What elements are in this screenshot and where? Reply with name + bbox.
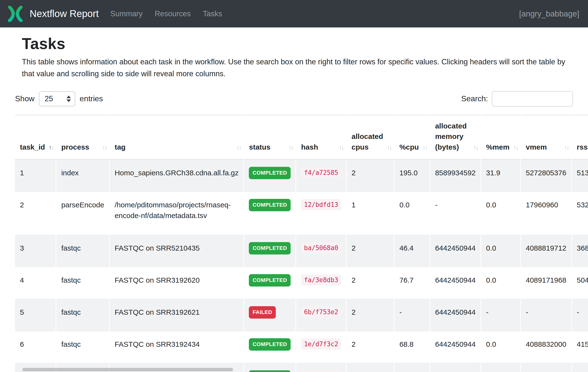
- cell-hash: fa/3e8db3: [296, 267, 346, 299]
- cell-rss: 53248: [572, 191, 588, 235]
- column-header-label: rss: [577, 143, 588, 151]
- sort-arrows-icon: ↑↓: [288, 143, 293, 152]
- status-badge: COMPLETED: [249, 167, 291, 179]
- cell-hash: 1e/d7f3c2: [296, 331, 346, 363]
- cell-task_id: 5: [15, 299, 56, 331]
- cell-hash: ba/5068a0: [296, 235, 346, 267]
- hash-code: 5e/4886ef: [301, 371, 341, 372]
- status-badge: COMPLETED: [249, 338, 291, 351]
- hash-code: fa/3e8db3: [301, 274, 341, 286]
- sort-arrows-icon: ↑↓: [49, 143, 53, 152]
- entries-select[interactable]: 25: [39, 91, 75, 106]
- column-header-label: vmem: [526, 143, 547, 151]
- cell-hash: 5e/4886ef: [296, 363, 346, 372]
- cell-status: COMPLETED: [244, 267, 295, 299]
- cell-cpus: 2: [347, 235, 394, 267]
- cell-memory: 6442450944: [430, 235, 481, 267]
- cell-process: index: [56, 159, 109, 191]
- cell-tag: Homo_sapiens.GRCh38.cdna.all.fa.gz: [110, 159, 243, 191]
- hash-code: ba/5068a0: [301, 242, 341, 254]
- horizontal-scrollbar-thumb[interactable]: [22, 368, 233, 371]
- cell-memory: 6442450944: [430, 331, 481, 363]
- entries-label: entries: [80, 94, 103, 103]
- page-description: This table shows information about each …: [15, 56, 567, 80]
- sort-arrows-icon: ↑↓: [236, 143, 241, 152]
- column-header-tag[interactable]: tag↑↓: [110, 115, 243, 160]
- hash-code: 1e/d7f3c2: [301, 339, 341, 350]
- cell-vmem: 4088832000: [521, 331, 571, 363]
- column-header-pcpu[interactable]: %cpu↑↓: [395, 115, 430, 160]
- tasks-table-wrapper: task_id↑↓process↑↓tag↑↓status↑↓hash↑↓all…: [0, 115, 588, 372]
- cell-vmem: 4088819712: [521, 235, 571, 267]
- column-header-label: allocated cpus: [352, 132, 383, 151]
- main-content: Tasks This table shows information about…: [0, 35, 588, 106]
- status-badge: COMPLETED: [249, 370, 291, 372]
- column-header-label: %cpu: [399, 143, 419, 151]
- cell-status: COMPLETED: [244, 331, 295, 363]
- nav-link-summary[interactable]: Summary: [110, 10, 143, 18]
- table-row: 4fastqcFASTQC on SRR3192620COMPLETEDfa/3…: [15, 267, 588, 299]
- column-header-cpus[interactable]: allocated cpus↑↓: [347, 115, 394, 160]
- column-header-status[interactable]: status↑↓: [244, 115, 295, 160]
- cell-vmem: 4031012864: [521, 363, 571, 372]
- cell-memory: 6442450944: [430, 267, 481, 299]
- column-header-hash[interactable]: hash↑↓: [296, 115, 346, 160]
- column-header-vmem[interactable]: vmem↑↓: [521, 115, 571, 160]
- column-header-rss[interactable]: rss↑↓: [572, 115, 588, 160]
- cell-tag: FASTQC on SRR3192621: [110, 299, 243, 331]
- cell-vmem: 4089171968: [521, 267, 571, 299]
- cell-pmem: 0.0: [481, 267, 520, 299]
- cell-rss: -: [572, 299, 588, 331]
- nav-link-tasks[interactable]: Tasks: [203, 10, 222, 18]
- cell-task_id: 3: [15, 235, 56, 267]
- status-badge: COMPLETED: [249, 199, 291, 211]
- cell-task_id: 4: [15, 267, 56, 299]
- cell-tag: FASTQC on SRR5210435: [110, 235, 243, 267]
- cell-tag: FASTQC on SRR3192620: [110, 267, 243, 299]
- column-header-pmem[interactable]: %mem↑↓: [481, 115, 520, 160]
- cell-process: fastqc: [56, 299, 109, 331]
- cell-pcpu: 46.4: [395, 235, 430, 267]
- app-title: Nextflow Report: [30, 8, 99, 19]
- cell-task_id: 6: [15, 331, 56, 363]
- cell-memory: -: [430, 191, 481, 235]
- cell-memory: 6442450944: [430, 363, 481, 372]
- column-header-label: allocated memory (bytes): [435, 122, 467, 151]
- sort-arrows-icon: ↑↓: [339, 143, 344, 152]
- cell-pmem: -: [481, 299, 520, 331]
- table-row: 1indexHomo_sapiens.GRCh38.cdna.all.fa.gz…: [15, 159, 588, 191]
- cell-pcpu: 68.8: [395, 331, 430, 363]
- cell-pcpu: 70.2: [395, 363, 430, 372]
- cell-cpus: 1: [347, 191, 394, 235]
- column-header-label: tag: [115, 143, 126, 151]
- cell-rss: 38431: [572, 363, 588, 372]
- cell-memory: 6442450944: [430, 299, 481, 331]
- cell-rss: 50498: [572, 267, 588, 299]
- cell-pmem: 0.0: [481, 235, 520, 267]
- column-header-process[interactable]: process↑↓: [56, 115, 109, 160]
- cell-cpus: 2: [347, 331, 394, 363]
- sort-arrows-icon: ↑↓: [473, 143, 478, 152]
- table-row: 5fastqcFASTQC on SRR3192621FAILED6b/f753…: [15, 299, 588, 331]
- cell-process: fastqc: [56, 331, 109, 363]
- table-controls: Show 25 entries Search:: [15, 91, 573, 106]
- column-header-label: hash: [301, 143, 318, 151]
- cell-pmem: 0.0: [481, 191, 520, 235]
- page-title: Tasks: [15, 35, 573, 53]
- sort-arrows-icon: ↑↓: [102, 143, 106, 152]
- cell-hash: f4/a72585: [296, 159, 346, 191]
- sort-arrows-icon: ↑↓: [513, 143, 518, 152]
- cell-hash: 12/bdfd13: [296, 191, 346, 235]
- cell-pcpu: -: [395, 299, 430, 331]
- run-name-badge: [angry_babbage]: [519, 9, 579, 19]
- cell-vmem: 5272805376: [521, 159, 571, 191]
- cell-tag: FASTQC on SRR3192434: [110, 331, 243, 363]
- column-header-task_id[interactable]: task_id↑↓: [15, 115, 56, 160]
- show-label: Show: [15, 94, 34, 103]
- column-header-memory[interactable]: allocated memory (bytes)↑↓: [430, 115, 481, 160]
- entries-select-value: 25: [45, 95, 53, 103]
- column-header-label: status: [249, 143, 270, 151]
- nav-link-resources[interactable]: Resources: [155, 10, 190, 18]
- cell-process: parseEncode: [56, 191, 109, 235]
- search-input[interactable]: [492, 91, 573, 106]
